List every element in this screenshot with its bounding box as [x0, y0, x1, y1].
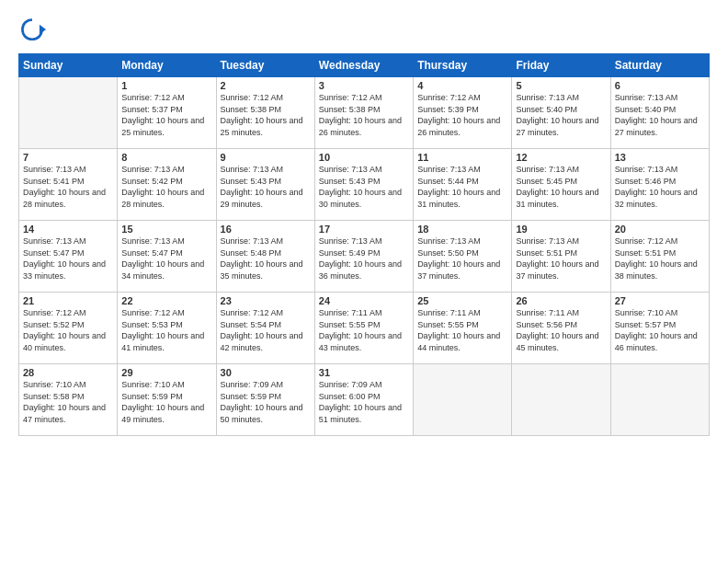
calendar-cell — [512, 364, 610, 436]
calendar-cell: 23Sunrise: 7:12 AMSunset: 5:54 PMDayligh… — [216, 293, 314, 364]
day-info: Sunrise: 7:11 AMSunset: 5:55 PMDaylight:… — [319, 307, 409, 353]
day-info: Sunrise: 7:12 AMSunset: 5:38 PMDaylight:… — [319, 92, 409, 138]
day-info: Sunrise: 7:13 AMSunset: 5:45 PMDaylight:… — [516, 164, 606, 210]
page: SundayMondayTuesdayWednesdayThursdayFrid… — [0, 0, 728, 563]
day-info: Sunrise: 7:13 AMSunset: 5:47 PMDaylight:… — [121, 236, 211, 282]
calendar-cell: 31Sunrise: 7:09 AMSunset: 6:00 PMDayligh… — [314, 364, 413, 436]
day-number: 4 — [417, 80, 507, 91]
day-info: Sunrise: 7:13 AMSunset: 5:46 PMDaylight:… — [615, 164, 705, 210]
calendar-cell — [414, 364, 512, 436]
calendar: SundayMondayTuesdayWednesdayThursdayFrid… — [18, 53, 710, 436]
day-number: 25 — [417, 295, 507, 306]
day-info: Sunrise: 7:13 AMSunset: 5:40 PMDaylight:… — [516, 92, 606, 138]
calendar-cell: 26Sunrise: 7:11 AMSunset: 5:56 PMDayligh… — [512, 293, 610, 364]
day-number: 15 — [121, 224, 211, 235]
day-number: 13 — [615, 152, 705, 163]
week-row-3: 21Sunrise: 7:12 AMSunset: 5:52 PMDayligh… — [19, 293, 710, 364]
day-header-monday: Monday — [118, 54, 216, 77]
calendar-cell — [19, 77, 118, 149]
logo — [18, 17, 50, 44]
day-info: Sunrise: 7:13 AMSunset: 5:42 PMDaylight:… — [121, 164, 211, 210]
day-header-wednesday: Wednesday — [314, 54, 413, 77]
calendar-cell: 21Sunrise: 7:12 AMSunset: 5:52 PMDayligh… — [19, 293, 118, 364]
day-number: 22 — [121, 295, 211, 306]
calendar-cell: 5Sunrise: 7:13 AMSunset: 5:40 PMDaylight… — [512, 77, 610, 149]
day-info: Sunrise: 7:12 AMSunset: 5:38 PMDaylight:… — [221, 92, 311, 138]
day-info: Sunrise: 7:13 AMSunset: 5:40 PMDaylight:… — [615, 92, 705, 138]
day-info: Sunrise: 7:13 AMSunset: 5:41 PMDaylight:… — [23, 164, 113, 210]
day-header-tuesday: Tuesday — [216, 54, 314, 77]
day-number: 19 — [516, 224, 606, 235]
day-info: Sunrise: 7:11 AMSunset: 5:56 PMDaylight:… — [516, 307, 606, 353]
day-number: 16 — [221, 224, 311, 235]
day-info: Sunrise: 7:13 AMSunset: 5:43 PMDaylight:… — [221, 164, 311, 210]
day-number: 3 — [319, 80, 409, 91]
calendar-cell: 27Sunrise: 7:10 AMSunset: 5:57 PMDayligh… — [610, 293, 709, 364]
day-header-thursday: Thursday — [414, 54, 512, 77]
week-row-4: 28Sunrise: 7:10 AMSunset: 5:58 PMDayligh… — [19, 364, 710, 436]
day-number: 30 — [221, 367, 311, 378]
calendar-cell: 24Sunrise: 7:11 AMSunset: 5:55 PMDayligh… — [314, 293, 413, 364]
calendar-cell: 25Sunrise: 7:11 AMSunset: 5:55 PMDayligh… — [414, 293, 512, 364]
day-number: 21 — [23, 295, 113, 306]
calendar-cell: 19Sunrise: 7:13 AMSunset: 5:51 PMDayligh… — [512, 221, 610, 293]
day-info: Sunrise: 7:13 AMSunset: 5:50 PMDaylight:… — [417, 236, 507, 282]
day-number: 20 — [615, 224, 705, 235]
day-number: 1 — [121, 80, 211, 91]
calendar-cell: 1Sunrise: 7:12 AMSunset: 5:37 PMDaylight… — [118, 77, 216, 149]
calendar-cell: 17Sunrise: 7:13 AMSunset: 5:49 PMDayligh… — [314, 221, 413, 293]
day-info: Sunrise: 7:10 AMSunset: 5:57 PMDaylight:… — [615, 307, 705, 353]
calendar-cell: 20Sunrise: 7:12 AMSunset: 5:51 PMDayligh… — [610, 221, 709, 293]
header — [18, 17, 710, 44]
day-info: Sunrise: 7:12 AMSunset: 5:51 PMDaylight:… — [615, 236, 705, 282]
day-info: Sunrise: 7:12 AMSunset: 5:54 PMDaylight:… — [221, 307, 311, 353]
day-info: Sunrise: 7:13 AMSunset: 5:48 PMDaylight:… — [221, 236, 311, 282]
calendar-cell: 28Sunrise: 7:10 AMSunset: 5:58 PMDayligh… — [19, 364, 118, 436]
calendar-cell: 18Sunrise: 7:13 AMSunset: 5:50 PMDayligh… — [414, 221, 512, 293]
week-row-1: 7Sunrise: 7:13 AMSunset: 5:41 PMDaylight… — [19, 149, 710, 221]
day-info: Sunrise: 7:10 AMSunset: 5:58 PMDaylight:… — [23, 379, 113, 425]
calendar-cell: 12Sunrise: 7:13 AMSunset: 5:45 PMDayligh… — [512, 149, 610, 221]
day-info: Sunrise: 7:11 AMSunset: 5:55 PMDaylight:… — [417, 307, 507, 353]
day-number: 17 — [319, 224, 409, 235]
week-row-0: 1Sunrise: 7:12 AMSunset: 5:37 PMDaylight… — [19, 77, 710, 149]
day-info: Sunrise: 7:13 AMSunset: 5:44 PMDaylight:… — [417, 164, 507, 210]
day-info: Sunrise: 7:09 AMSunset: 6:00 PMDaylight:… — [319, 379, 409, 425]
calendar-cell: 6Sunrise: 7:13 AMSunset: 5:40 PMDaylight… — [610, 77, 709, 149]
day-info: Sunrise: 7:12 AMSunset: 5:37 PMDaylight:… — [121, 92, 211, 138]
day-number: 8 — [121, 152, 211, 163]
day-number: 6 — [615, 80, 705, 91]
logo-icon — [18, 17, 46, 44]
day-number: 18 — [417, 224, 507, 235]
calendar-cell: 2Sunrise: 7:12 AMSunset: 5:38 PMDaylight… — [216, 77, 314, 149]
week-row-2: 14Sunrise: 7:13 AMSunset: 5:47 PMDayligh… — [19, 221, 710, 293]
day-number: 27 — [615, 295, 705, 306]
day-header-sunday: Sunday — [19, 54, 118, 77]
calendar-cell: 4Sunrise: 7:12 AMSunset: 5:39 PMDaylight… — [414, 77, 512, 149]
day-info: Sunrise: 7:12 AMSunset: 5:53 PMDaylight:… — [121, 307, 211, 353]
day-number: 5 — [516, 80, 606, 91]
day-info: Sunrise: 7:12 AMSunset: 5:39 PMDaylight:… — [417, 92, 507, 138]
calendar-cell: 15Sunrise: 7:13 AMSunset: 5:47 PMDayligh… — [118, 221, 216, 293]
day-number: 9 — [221, 152, 311, 163]
day-number: 31 — [319, 367, 409, 378]
day-number: 23 — [221, 295, 311, 306]
svg-marker-0 — [40, 25, 46, 35]
day-info: Sunrise: 7:12 AMSunset: 5:52 PMDaylight:… — [23, 307, 113, 353]
calendar-cell: 11Sunrise: 7:13 AMSunset: 5:44 PMDayligh… — [414, 149, 512, 221]
day-number: 29 — [121, 367, 211, 378]
day-number: 24 — [319, 295, 409, 306]
day-info: Sunrise: 7:13 AMSunset: 5:47 PMDaylight:… — [23, 236, 113, 282]
day-info: Sunrise: 7:13 AMSunset: 5:51 PMDaylight:… — [516, 236, 606, 282]
day-info: Sunrise: 7:13 AMSunset: 5:49 PMDaylight:… — [319, 236, 409, 282]
calendar-cell: 3Sunrise: 7:12 AMSunset: 5:38 PMDaylight… — [314, 77, 413, 149]
day-number: 7 — [23, 152, 113, 163]
calendar-cell: 22Sunrise: 7:12 AMSunset: 5:53 PMDayligh… — [118, 293, 216, 364]
calendar-header-row: SundayMondayTuesdayWednesdayThursdayFrid… — [19, 54, 710, 77]
day-header-friday: Friday — [512, 54, 610, 77]
calendar-cell: 14Sunrise: 7:13 AMSunset: 5:47 PMDayligh… — [19, 221, 118, 293]
day-info: Sunrise: 7:10 AMSunset: 5:59 PMDaylight:… — [121, 379, 211, 425]
calendar-cell: 8Sunrise: 7:13 AMSunset: 5:42 PMDaylight… — [118, 149, 216, 221]
day-number: 26 — [516, 295, 606, 306]
calendar-cell: 13Sunrise: 7:13 AMSunset: 5:46 PMDayligh… — [610, 149, 709, 221]
